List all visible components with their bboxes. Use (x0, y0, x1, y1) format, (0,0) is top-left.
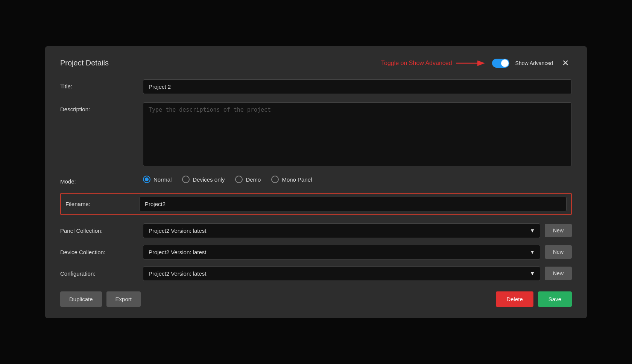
description-label: Description: (60, 102, 143, 112)
panel-collection-select[interactable]: Project2 Version: latest (143, 223, 540, 238)
toggle-knob (501, 59, 509, 67)
show-advanced-label: Show Advanced (515, 60, 553, 66)
panel-collection-wrapper: Project2 Version: latest ▼ (143, 223, 540, 238)
panel-collection-row: Panel Collection: Project2 Version: late… (60, 223, 572, 238)
configuration-new-button[interactable]: New (545, 267, 572, 280)
header-right: Toggle on Show Advanced Show Advanced (381, 58, 572, 69)
mode-normal[interactable]: Normal (143, 176, 172, 183)
arrow-icon (456, 59, 486, 67)
toggle-hint-text: Toggle on Show Advanced (381, 60, 452, 67)
device-collection-wrapper: Project2 Version: latest ▼ (143, 245, 540, 259)
mode-devices-only[interactable]: Devices only (182, 176, 225, 183)
panel-collection-new-button[interactable]: New (545, 224, 572, 237)
filename-label: Filename: (65, 201, 139, 207)
description-row: Description: (60, 102, 572, 166)
description-textarea[interactable] (143, 102, 572, 166)
mode-options: Normal Devices only Demo Mono Panel (143, 176, 572, 183)
configuration-row: Configuration: Project2 Version: latest … (60, 266, 572, 281)
modal-header: Project Details Toggle on Show Advanced (60, 58, 572, 69)
mode-demo-label: Demo (246, 176, 261, 183)
footer: Duplicate Export Delete Save (60, 291, 572, 307)
mode-devices-label: Devices only (193, 176, 225, 183)
toggle-hint: Toggle on Show Advanced (381, 59, 486, 67)
radio-mono-circle (271, 176, 279, 183)
mode-label: Mode: (60, 174, 143, 185)
radio-devices-circle (182, 176, 190, 183)
configuration-wrapper: Project2 Version: latest ▼ (143, 266, 540, 281)
mode-row: Mode: Normal Devices only Demo (60, 174, 572, 185)
mode-demo[interactable]: Demo (235, 176, 261, 183)
mode-normal-label: Normal (153, 176, 172, 183)
footer-left: Duplicate Export (60, 291, 141, 307)
modal-title: Project Details (60, 59, 109, 67)
device-collection-new-button[interactable]: New (545, 245, 572, 259)
title-row: Title: (60, 79, 572, 94)
delete-button[interactable]: Delete (496, 291, 533, 307)
export-button[interactable]: Export (106, 291, 141, 307)
title-input[interactable] (143, 79, 572, 94)
device-collection-row: Device Collection: Project2 Version: lat… (60, 245, 572, 259)
project-details-modal: Project Details Toggle on Show Advanced (45, 46, 587, 318)
device-collection-select[interactable]: Project2 Version: latest (143, 245, 540, 259)
panel-collection-label: Panel Collection: (60, 228, 143, 234)
radio-normal-inner (145, 177, 149, 181)
radio-normal-circle (143, 176, 150, 183)
duplicate-button[interactable]: Duplicate (60, 291, 102, 307)
radio-demo-circle (235, 176, 243, 183)
modal-overlay: Project Details Toggle on Show Advanced (0, 0, 632, 364)
title-label: Title: (60, 79, 143, 89)
device-collection-label: Device Collection: (60, 249, 143, 255)
show-advanced-toggle[interactable] (492, 59, 509, 68)
filename-row: Filename: (60, 193, 572, 215)
footer-right: Delete Save (496, 291, 572, 307)
mode-mono-label: Mono Panel (282, 176, 312, 183)
save-button[interactable]: Save (538, 291, 572, 307)
configuration-select[interactable]: Project2 Version: latest (143, 266, 540, 281)
configuration-label: Configuration: (60, 270, 143, 277)
close-button[interactable]: ✕ (559, 58, 572, 69)
mode-mono-panel[interactable]: Mono Panel (271, 176, 312, 183)
filename-input[interactable] (139, 197, 567, 211)
